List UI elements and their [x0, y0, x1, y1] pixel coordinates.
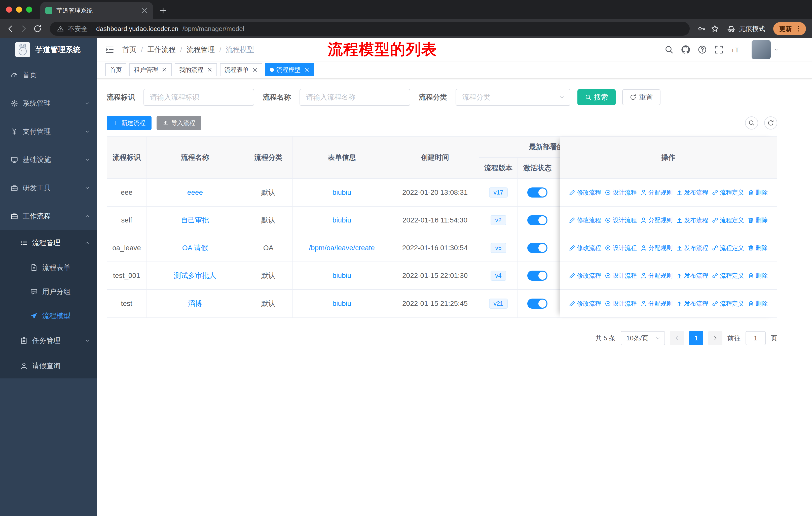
tag-close-icon[interactable] [162, 67, 167, 73]
action-link[interactable]: 流程定义 [712, 216, 744, 224]
sidebar-item-home[interactable]: 首页 [0, 61, 97, 89]
delete-action[interactable]: 删除 [748, 272, 768, 280]
action-edit[interactable]: 修改流程 [569, 244, 601, 252]
action-publish[interactable]: 发布流程 [676, 216, 708, 224]
sidebar-item-infrastructure[interactable]: 基础设施 [0, 146, 97, 174]
collapse-sidebar-icon[interactable] [105, 45, 114, 54]
import-process-button[interactable]: 导入流程 [156, 116, 201, 130]
active-status-toggle[interactable] [527, 271, 547, 281]
process-name-link[interactable]: OA 请假 [182, 243, 208, 253]
sidebar-item-process-form[interactable]: 流程表单 [0, 255, 97, 280]
category-select[interactable]: 流程分类 [456, 89, 570, 106]
page-1-button[interactable]: 1 [689, 331, 703, 345]
action-design[interactable]: 设计流程 [605, 272, 637, 280]
action-person[interactable]: 分配规则 [640, 216, 672, 224]
action-person[interactable]: 分配规则 [640, 244, 672, 252]
action-person[interactable]: 分配规则 [640, 300, 672, 308]
goto-page-input[interactable] [746, 331, 766, 345]
font-size-icon[interactable]: TT [731, 45, 740, 54]
refresh-table-button[interactable] [764, 116, 777, 130]
action-design[interactable]: 设计流程 [605, 300, 637, 308]
toggle-search-button[interactable] [745, 116, 758, 130]
sidebar-item-workflow[interactable]: 工作流程 [0, 202, 97, 230]
action-edit[interactable]: 修改流程 [569, 188, 601, 196]
tag-close-icon[interactable] [207, 67, 212, 73]
user-menu[interactable] [752, 40, 779, 59]
active-status-toggle[interactable] [527, 187, 547, 197]
action-person[interactable]: 分配规则 [640, 272, 672, 280]
back-button[interactable] [6, 24, 14, 33]
action-person[interactable]: 分配规则 [640, 188, 672, 196]
delete-action[interactable]: 删除 [748, 244, 768, 252]
minimize-window-button[interactable] [16, 6, 22, 12]
sidebar-item-user-group[interactable]: 用户分组 [0, 280, 97, 304]
process-id-input[interactable] [143, 89, 254, 106]
breadcrumb-item[interactable]: 流程管理 [187, 45, 215, 54]
tag-process-form[interactable]: 流程表单 [220, 63, 262, 76]
action-publish[interactable]: 发布流程 [676, 300, 708, 308]
process-name-link[interactable]: 自己审批 [181, 215, 209, 225]
process-name-link[interactable]: eeee [187, 188, 203, 196]
process-name-input[interactable] [299, 89, 410, 106]
fullscreen-icon[interactable] [714, 45, 723, 54]
sidebar-item-system-management[interactable]: 系统管理 [0, 89, 97, 117]
action-publish[interactable]: 发布流程 [676, 244, 708, 252]
active-status-toggle[interactable] [527, 215, 547, 225]
active-status-toggle[interactable] [527, 299, 547, 309]
tag-process-model[interactable]: 流程模型 [265, 63, 314, 76]
sidebar-item-process-model[interactable]: 流程模型 [0, 304, 97, 328]
maximize-window-button[interactable] [26, 6, 32, 12]
tag-my-process[interactable]: 我的流程 [175, 63, 217, 76]
new-tab-button[interactable] [159, 6, 167, 15]
breadcrumb-item[interactable]: 首页 [122, 45, 137, 54]
browser-update-button[interactable]: 更新 [773, 22, 806, 35]
sidebar-item-task-management[interactable]: 任务管理 [0, 328, 97, 353]
tag-tenant[interactable]: 租户管理 [129, 63, 172, 76]
action-link[interactable]: 流程定义 [712, 244, 744, 252]
security-warning-icon[interactable] [57, 25, 64, 32]
sidebar-item-process-management[interactable]: 流程管理 [0, 230, 97, 255]
action-design[interactable]: 设计流程 [605, 244, 637, 252]
tag-close-icon[interactable] [252, 67, 258, 73]
form-info-link[interactable]: biubiu [332, 216, 351, 224]
action-link[interactable]: 流程定义 [712, 300, 744, 308]
action-design[interactable]: 设计流程 [605, 188, 637, 196]
action-link[interactable]: 流程定义 [712, 272, 744, 280]
form-info-link[interactable]: biubiu [332, 300, 351, 308]
avatar[interactable] [752, 40, 771, 59]
tag-home[interactable]: 首页 [105, 63, 126, 76]
prev-page-button[interactable] [670, 331, 684, 345]
delete-action[interactable]: 删除 [748, 216, 768, 224]
close-window-button[interactable] [6, 6, 12, 12]
action-publish[interactable]: 发布流程 [676, 272, 708, 280]
form-info-link[interactable]: /bpm/oa/leave/create [309, 244, 375, 252]
url-bar[interactable]: 不安全 dashboard.yudao.iocoder.cn/bpm/manag… [50, 22, 690, 36]
action-edit[interactable]: 修改流程 [569, 272, 601, 280]
action-edit[interactable]: 修改流程 [569, 216, 601, 224]
tag-close-icon[interactable] [304, 67, 310, 73]
next-page-button[interactable] [708, 331, 722, 345]
browser-menu-icon[interactable] [795, 25, 802, 32]
sidebar-item-dev-tools[interactable]: 研发工具 [0, 174, 97, 202]
delete-action[interactable]: 删除 [748, 188, 768, 196]
github-icon[interactable] [681, 45, 690, 54]
bookmark-star-icon[interactable] [711, 25, 719, 33]
action-publish[interactable]: 发布流程 [676, 188, 708, 196]
action-edit[interactable]: 修改流程 [569, 300, 601, 308]
reset-button[interactable]: 重置 [622, 89, 661, 105]
help-icon[interactable] [698, 45, 707, 54]
search-icon[interactable] [665, 45, 673, 54]
forward-button[interactable] [20, 24, 28, 33]
password-key-icon[interactable] [698, 25, 706, 33]
search-button[interactable]: 搜索 [577, 89, 616, 105]
create-process-button[interactable]: 新建流程 [107, 116, 151, 130]
active-status-toggle[interactable] [527, 243, 547, 253]
action-design[interactable]: 设计流程 [605, 216, 637, 224]
browser-tab[interactable]: 芋道管理系统 [40, 2, 153, 19]
breadcrumb-item[interactable]: 工作流程 [147, 45, 176, 54]
form-info-link[interactable]: biubiu [332, 188, 351, 196]
process-name-link[interactable]: 滔博 [188, 299, 202, 308]
reload-button[interactable] [33, 24, 42, 33]
process-name-link[interactable]: 测试多审批人 [174, 271, 216, 280]
action-link[interactable]: 流程定义 [712, 188, 744, 196]
